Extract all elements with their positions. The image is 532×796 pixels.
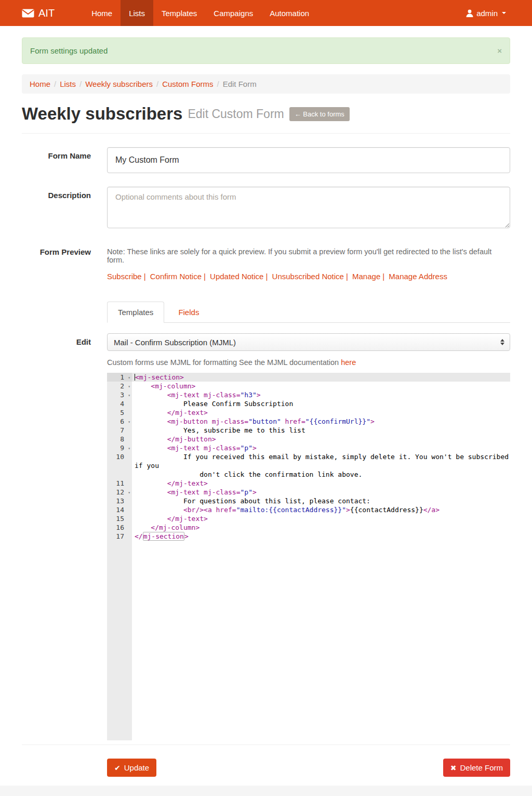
nav-item-templates[interactable]: Templates [153, 0, 205, 26]
user-icon [466, 9, 473, 17]
editor-line-7[interactable]: 7 Yes, subscribe me to this list [107, 426, 510, 435]
tab-fields[interactable]: Fields [167, 302, 210, 323]
editor-line-6[interactable]: 6▾ <mj-button mj-class="button" href="{{… [107, 417, 510, 426]
preview-note: Note: These links are solely for a quick… [107, 243, 510, 264]
brand-logo[interactable]: AIT [22, 0, 60, 26]
preview-link-manage[interactable]: Manage [352, 272, 380, 281]
editor-line-number: 15 [107, 514, 132, 523]
tab-templates[interactable]: Templates [107, 302, 164, 323]
page-subtitle: Edit Custom Form [188, 107, 284, 121]
preview-link-confirm-notice[interactable]: Confirm Notice [150, 272, 202, 281]
editor-line-13[interactable]: 13 For questions about this list, please… [107, 497, 510, 505]
preview-link-manage-address[interactable]: Manage Address [389, 272, 447, 281]
link-separator: | [344, 272, 350, 281]
editor-line-17[interactable]: 17</mj-section> [107, 532, 510, 541]
mjml-help-text: Custom forms use MJML for formatting See… [107, 358, 510, 367]
editor-line-10[interactable]: 10 If you received this email by mistake… [107, 452, 510, 479]
preview-link-subscribe[interactable]: Subscribe [107, 272, 142, 281]
fold-arrow-icon[interactable]: ▾ [128, 391, 130, 400]
editor-code-text: <mj-text mj-class="h3"> [132, 390, 510, 399]
editor-code-text: </mj-button> [132, 435, 510, 443]
breadcrumb-home[interactable]: Home [30, 80, 50, 88]
chevron-down-icon [502, 12, 506, 14]
delete-form-button[interactable]: ✖ Delete Form [443, 759, 510, 777]
template-select-value: Mail - Confirm Subscription (MJML) [114, 338, 236, 347]
editor-line-1[interactable]: 1▾<mj-section> [107, 373, 510, 382]
preview-link-unsubscribed-notice[interactable]: Unsubscribed Notice [272, 272, 344, 281]
form-tabs: Templates Fields [107, 302, 510, 323]
top-navbar: AIT Home Lists Templates Campaigns Autom… [0, 0, 532, 26]
editor-line-11[interactable]: 11 </mj-text> [107, 479, 510, 488]
update-button-label: Update [124, 763, 149, 772]
preview-link-updated-notice[interactable]: Updated Notice [210, 272, 263, 281]
editor-code-text: For questions about this list, please co… [132, 497, 510, 505]
editor-line-8[interactable]: 8 </mj-button> [107, 435, 510, 443]
bottom-divider [22, 745, 510, 745]
editor-line-number: 6▾ [107, 417, 132, 426]
nav-item-lists[interactable]: Lists [121, 0, 153, 26]
breadcrumb-weekly-subscribers[interactable]: Weekly subscribers [85, 80, 153, 88]
editor-line-9[interactable]: 9▾ <mj-text mj-class="p"> [107, 443, 510, 452]
editor-line-number: 13 [107, 497, 132, 505]
editor-code-text: </mj-column> [132, 523, 510, 532]
check-icon: ✔ [114, 764, 121, 772]
link-separator: | [380, 272, 387, 281]
nav-item-home[interactable]: Home [83, 0, 121, 26]
editor-line-number: 11 [107, 479, 132, 488]
editor-code-text: </mj-text> [132, 514, 510, 523]
delete-button-label: Delete Form [460, 763, 503, 772]
editor-code-text: </mj-text> [132, 408, 510, 417]
fold-arrow-icon[interactable]: ▾ [128, 444, 130, 453]
back-to-forms-button[interactable]: ← Back to forms [289, 107, 350, 121]
editor-line-16[interactable]: 16 </mj-column> [107, 523, 510, 532]
description-textarea[interactable] [107, 187, 510, 228]
breadcrumb-lists[interactable]: Lists [60, 80, 76, 88]
editor-code-text: If you received this email by mistake, s… [132, 452, 510, 479]
nav-item-automation[interactable]: Automation [261, 0, 317, 26]
footer [0, 786, 532, 796]
editor-code-text: Yes, subscribe me to this list [132, 426, 510, 435]
page-title: Weekly subscribers [22, 104, 182, 124]
editor-line-12[interactable]: 12▾ <mj-text mj-class="p"> [107, 488, 510, 497]
breadcrumb-separator: / [50, 80, 60, 88]
editor-code-text: <mj-text mj-class="p"> [132, 488, 510, 497]
x-icon: ✖ [450, 764, 457, 772]
success-alert: Form settings updated × [22, 37, 510, 64]
template-select[interactable]: Mail - Confirm Subscription (MJML) [107, 333, 510, 351]
editor-line-15[interactable]: 15 </mj-text> [107, 514, 510, 523]
editor-line-number: 5 [107, 408, 132, 417]
main-nav: Home Lists Templates Campaigns Automatio… [83, 0, 317, 26]
editor-code-text: Please Confirm Subscription [132, 399, 510, 408]
fold-arrow-icon[interactable]: ▾ [128, 382, 130, 391]
preview-links: Subscribe| Confirm Notice| Updated Notic… [107, 272, 510, 281]
form-preview-label: Form Preview [22, 243, 107, 281]
alert-close-icon[interactable]: × [497, 47, 502, 55]
fold-arrow-icon[interactable]: ▾ [128, 373, 130, 382]
editor-line-5[interactable]: 5 </mj-text> [107, 408, 510, 417]
mjml-doc-link[interactable]: here [341, 358, 356, 367]
breadcrumb-custom-forms[interactable]: Custom Forms [162, 80, 213, 88]
editor-line-4[interactable]: 4 Please Confirm Subscription [107, 399, 510, 408]
fold-arrow-icon[interactable]: ▾ [128, 488, 130, 497]
user-dropdown[interactable]: admin [462, 9, 510, 18]
editor-line-3[interactable]: 3▾ <mj-text mj-class="h3"> [107, 390, 510, 399]
editor-code-text: <br/><a href="mailto:{{contactAddress}}"… [132, 505, 510, 514]
nav-item-campaigns[interactable]: Campaigns [205, 0, 261, 26]
editor-line-number: 7 [107, 426, 132, 435]
breadcrumb-separator: / [76, 80, 85, 88]
editor-code-text: <mj-column> [132, 382, 510, 390]
editor-line-number: 1▾ [107, 373, 132, 382]
editor-line-number: 14 [107, 505, 132, 514]
editor-line-2[interactable]: 2▾ <mj-column> [107, 382, 510, 390]
update-button[interactable]: ✔ Update [107, 759, 156, 777]
breadcrumb: Home / Lists / Weekly subscribers / Cust… [22, 74, 510, 94]
editor-line-number: 10 [107, 452, 132, 479]
editor-line-number: 2▾ [107, 382, 132, 390]
page-header: Weekly subscribers Edit Custom Form ← Ba… [22, 104, 510, 134]
form-name-input[interactable] [107, 147, 510, 173]
editor-line-14[interactable]: 14 <br/><a href="mailto:{{contactAddress… [107, 505, 510, 514]
editor-code-text: </mj-text> [132, 479, 510, 488]
breadcrumb-current: Edit Form [223, 80, 257, 88]
code-editor[interactable]: 1▾<mj-section>2▾ <mj-column>3▾ <mj-text … [107, 373, 510, 740]
fold-arrow-icon[interactable]: ▾ [128, 417, 130, 426]
